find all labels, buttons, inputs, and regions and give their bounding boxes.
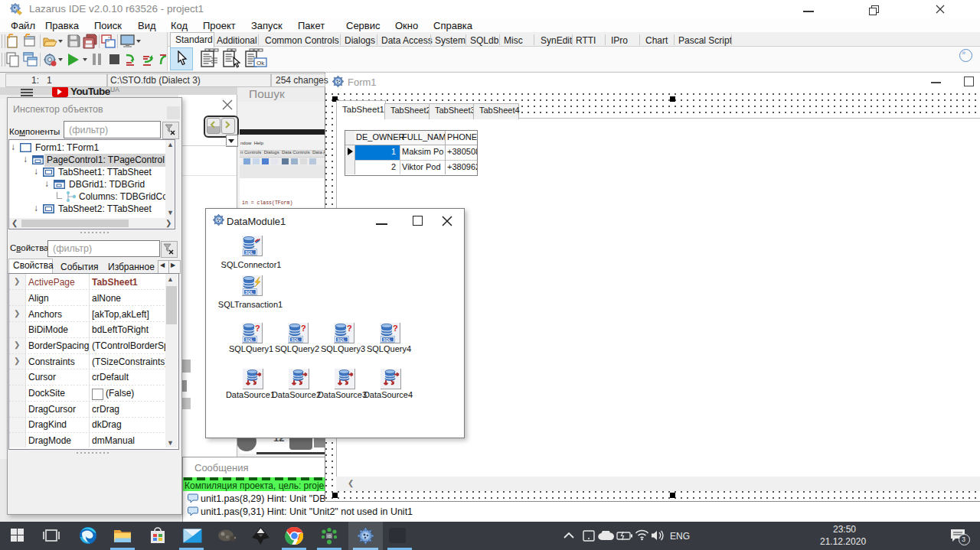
svg-text:IB: IB <box>327 534 332 539</box>
svg-text:?: ? <box>393 324 398 333</box>
svg-text:SQL: SQL <box>291 337 299 342</box>
svg-text:Ok: Ok <box>256 60 265 67</box>
svg-text:SQL: SQL <box>245 290 253 295</box>
svg-text:SQL: SQL <box>383 337 390 342</box>
svg-text:?: ? <box>255 324 260 333</box>
svg-text:SQL: SQL <box>245 250 253 255</box>
svg-text:SQL: SQL <box>245 337 253 342</box>
svg-text:?: ? <box>347 324 352 333</box>
svg-text:SQL: SQL <box>337 337 345 342</box>
svg-text:?: ? <box>301 324 306 333</box>
